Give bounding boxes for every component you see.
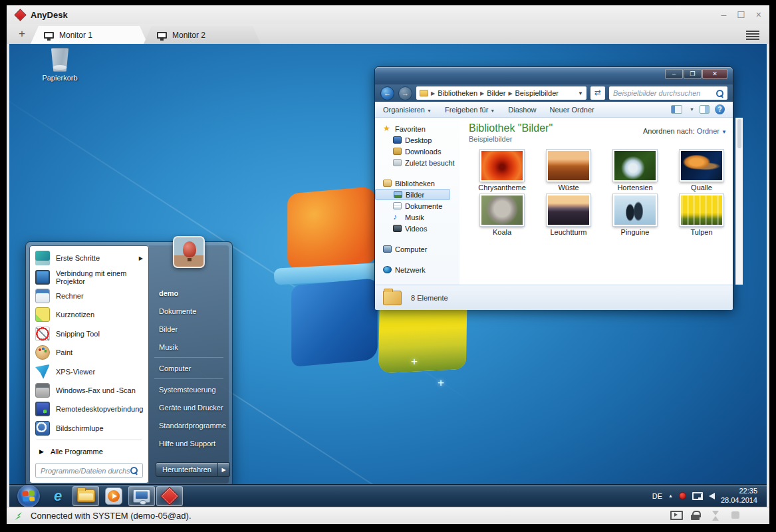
all-programs[interactable]: ▶Alle Programme xyxy=(30,442,148,460)
menu-item-calculator[interactable]: Rechner xyxy=(30,287,148,305)
menu-item-remote-desktop[interactable]: Remotedesktopverbindung xyxy=(30,400,148,418)
screen-share-icon[interactable] xyxy=(670,511,682,521)
nav-libraries[interactable]: Bibliotheken xyxy=(375,178,459,189)
file-item[interactable]: Chrysantheme xyxy=(469,150,535,192)
file-item[interactable]: Pinguine xyxy=(602,194,668,236)
nav-pictures[interactable]: Bilder xyxy=(375,189,450,200)
caret-down-icon[interactable]: ▼ xyxy=(690,107,694,112)
divider xyxy=(37,440,142,440)
nav-videos[interactable]: Videos xyxy=(375,223,459,234)
file-item[interactable]: Leuchtturm xyxy=(535,194,602,236)
refresh-button[interactable]: ⇄ xyxy=(590,86,605,100)
nav-music[interactable]: ♪Musik xyxy=(375,211,459,223)
share-menu[interactable]: Freigeben für▼ xyxy=(445,106,495,114)
monitor-icon xyxy=(157,32,167,39)
file-item[interactable]: Tulpen xyxy=(668,194,735,236)
maximize-button[interactable]: ☐ xyxy=(737,10,745,19)
explorer-search[interactable] xyxy=(609,86,727,100)
windows-flag-blue-pane xyxy=(291,278,378,367)
taskbar-internet-explorer[interactable]: e xyxy=(45,486,71,506)
place-control-panel[interactable]: Systemsteuerung xyxy=(149,380,229,398)
tab-monitor-2[interactable]: Monitor 2 xyxy=(144,26,261,44)
explorer-minimize-button[interactable]: – xyxy=(665,69,683,79)
clock[interactable]: 22:35 28.04.2014 xyxy=(721,487,757,505)
nav-network[interactable]: Netzwerk xyxy=(375,264,459,275)
arrange-by[interactable]: Anordnen nach: Ordner ▼ xyxy=(643,127,727,135)
scrollbar[interactable] xyxy=(735,118,743,285)
start-search-input[interactable] xyxy=(41,467,130,475)
explorer-search-input[interactable] xyxy=(613,89,716,97)
breadcrumb[interactable]: ▶ Bibliotheken ▶ Bilder ▶ Beispielbilder… xyxy=(416,86,586,100)
menu-item-projector[interactable]: Verbindung mit einem Projektor xyxy=(30,267,148,286)
anydesk-tray-icon[interactable] xyxy=(679,492,686,499)
nav-documents[interactable]: Dokumente xyxy=(375,200,459,211)
menu-item-paint[interactable]: Paint xyxy=(30,343,148,362)
tab-monitor-1[interactable]: Monitor 1 xyxy=(31,26,148,44)
menu-item-magnifier[interactable]: Bildschirmlupe xyxy=(30,419,148,438)
explorer-statusbar: 8 Elemente xyxy=(375,285,733,310)
file-item[interactable]: Qualle xyxy=(668,150,735,192)
breadcrumb-segment[interactable]: Bibliotheken xyxy=(438,89,477,97)
user-name[interactable]: demo xyxy=(149,284,229,302)
menu-item-fax-scan[interactable]: Windows-Fax und -Scan xyxy=(30,381,148,400)
taskbar-anydesk[interactable] xyxy=(156,486,183,506)
views-icon[interactable] xyxy=(671,105,682,114)
menu-item-snipping-tool[interactable]: Snipping Tool xyxy=(30,325,148,343)
file-item[interactable]: Wüste xyxy=(535,150,602,192)
organize-menu[interactable]: Organisieren▼ xyxy=(383,106,432,114)
nav-computer[interactable]: Computer xyxy=(375,243,459,255)
place-computer[interactable]: Computer xyxy=(149,359,229,377)
lock-icon[interactable] xyxy=(690,511,702,521)
explorer-maximize-button[interactable]: ❐ xyxy=(684,69,702,79)
taskbar-remote-tool[interactable] xyxy=(128,486,155,506)
place-help-support[interactable]: Hilfe und Support xyxy=(149,434,229,452)
start-search[interactable] xyxy=(35,463,143,478)
volume-icon[interactable] xyxy=(709,493,715,499)
place-devices-printers[interactable]: Geräte und Drucker xyxy=(149,398,229,416)
breadcrumb-segment[interactable]: Bilder xyxy=(487,89,505,97)
user-avatar[interactable] xyxy=(173,236,205,268)
add-tab-button[interactable]: + xyxy=(13,27,31,41)
taskbar-media-player[interactable] xyxy=(100,486,127,506)
shutdown-options-arrow[interactable]: ▶ xyxy=(218,462,230,477)
preview-pane-icon[interactable] xyxy=(700,105,710,114)
forward-button[interactable]: → xyxy=(398,86,412,100)
slideshow-button[interactable]: Diashow xyxy=(508,106,536,114)
file-item[interactable]: Koala xyxy=(469,194,535,236)
nav-downloads[interactable]: Downloads xyxy=(375,146,459,157)
nav-desktop[interactable]: Desktop xyxy=(375,134,459,146)
menu-item-xps-viewer[interactable]: XPS-Viewer xyxy=(30,362,148,380)
hamburger-menu-icon[interactable] xyxy=(745,29,760,41)
nav-recent[interactable]: Zuletzt besucht xyxy=(375,157,459,168)
magnifier-icon xyxy=(35,421,50,436)
back-button[interactable]: ← xyxy=(380,86,394,100)
menu-item-getting-started[interactable]: Erste Schritte▶ xyxy=(30,249,148,267)
fax-scan-icon xyxy=(35,383,50,398)
close-button[interactable]: × xyxy=(756,10,761,19)
menu-item-sticky-notes[interactable]: Kurznotizen xyxy=(30,305,148,324)
shutdown-button[interactable]: Herunterfahren xyxy=(156,462,218,477)
breadcrumb-segment[interactable]: Beispielbilder xyxy=(515,89,559,97)
language-indicator[interactable]: DE xyxy=(652,492,662,500)
paint-icon xyxy=(35,345,50,360)
place-documents[interactable]: Dokumente xyxy=(149,302,229,320)
new-folder-button[interactable]: Neuer Ordner xyxy=(549,106,594,114)
recycle-bin-desktop-icon[interactable]: Papierkorb xyxy=(33,48,86,82)
minimize-button[interactable]: – xyxy=(721,10,726,19)
place-music[interactable]: Musik xyxy=(149,338,229,356)
anydesk-titlebar: AnyDesk – ☐ × xyxy=(7,5,769,24)
breadcrumb-dropdown-icon[interactable]: ▼ xyxy=(578,90,583,96)
place-pictures[interactable]: Bilder xyxy=(149,320,229,338)
start-button[interactable] xyxy=(17,485,40,507)
help-icon[interactable]: ? xyxy=(715,104,725,114)
file-item[interactable]: Hortensien xyxy=(602,150,668,192)
explorer-titlebar[interactable]: – ❐ ✕ xyxy=(375,67,733,84)
show-hidden-icons[interactable]: ▲ xyxy=(668,493,673,498)
videos-icon xyxy=(393,225,402,232)
place-default-programs[interactable]: Standardprogramme xyxy=(149,416,229,434)
taskbar-explorer[interactable] xyxy=(72,486,99,506)
nav-favorites[interactable]: ★Favoriten xyxy=(375,123,459,134)
caret-down-icon: ▼ xyxy=(427,108,432,113)
explorer-close-button[interactable]: ✕ xyxy=(702,69,727,79)
remote-desktop-viewport[interactable]: + + Papierkorb – ❐ ✕ ← → ▶ Bibliothe xyxy=(9,44,767,507)
